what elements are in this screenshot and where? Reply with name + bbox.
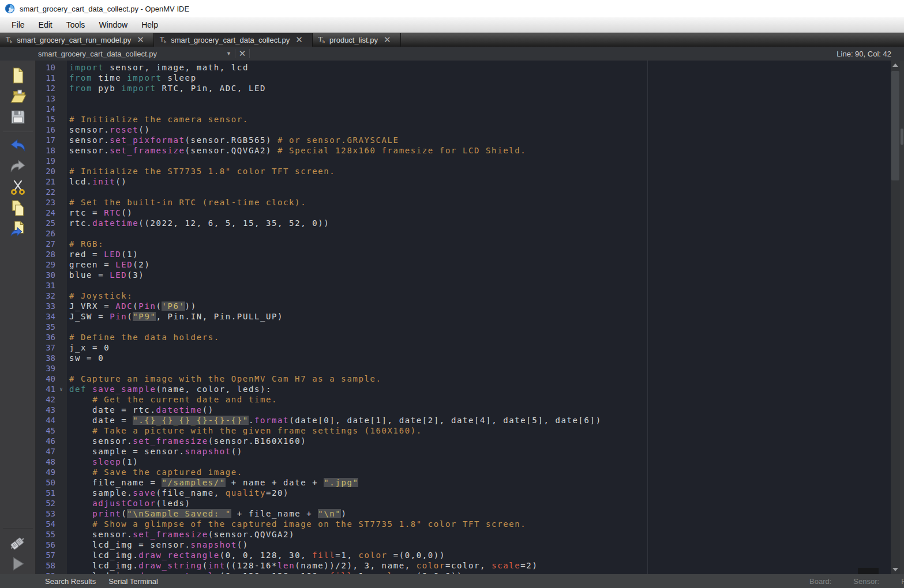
cut-button[interactable] (6, 178, 29, 197)
menu-item-tools[interactable]: Tools (59, 18, 92, 31)
document-dropdown-icon[interactable]: ▼ (226, 51, 231, 56)
line-number: 11 (36, 73, 67, 83)
right-margin-line (647, 61, 648, 574)
code-line: lcd_img.draw_rectangle(0, 130, 128, 160,… (67, 571, 891, 574)
edge-scroll-thumb[interactable] (901, 129, 903, 145)
code-line: # Set the built-in RTC (real-time clock)… (67, 197, 891, 208)
code-line: def save_sample(name, color, leds): (67, 384, 891, 394)
line-number: 14 (36, 104, 67, 114)
code-line: sensor.set_framesize(sensor.B160X160) (67, 436, 891, 446)
line-number: 59 (36, 571, 67, 574)
fold-arrow-icon[interactable]: ∨ (55, 384, 67, 394)
line-number: 55 (36, 529, 67, 540)
line-number: 25 (36, 218, 67, 228)
code-line: date = rtc.datetime() (67, 405, 891, 415)
python-file-icon: Th (318, 35, 325, 44)
code-line (67, 363, 891, 374)
code-editor[interactable]: 1011121314151617181920212223242526272829… (36, 61, 904, 574)
scrollbar-down-arrow-icon[interactable] (891, 565, 900, 574)
code-line: import sensor, image, math, lcd (67, 62, 891, 73)
file-tab-smart_grocery_cart_run_model-py[interactable]: Thsmart_grocery_cart_run_model.py✕ (0, 33, 154, 47)
line-number: 12 (36, 83, 67, 93)
cut-icon (10, 179, 25, 195)
status-label-board: Board: (809, 577, 831, 586)
menu-item-help[interactable]: Help (134, 18, 165, 31)
python-file-icon: Th (6, 35, 12, 44)
line-number: 16 (36, 125, 67, 135)
line-number: 54 (36, 519, 67, 529)
size-grip (858, 568, 879, 574)
window-edge-scroll-strip[interactable] (900, 61, 904, 574)
line-number: 41∨ (36, 384, 67, 394)
menu-item-file[interactable]: File (5, 18, 32, 31)
status-tab-search-results[interactable]: Search Results (45, 577, 96, 586)
code-line: j_x = 0 (67, 342, 891, 353)
scrollbar-thumb[interactable] (891, 71, 899, 180)
save-button[interactable] (6, 107, 29, 127)
code-line: print("\nSample Saved: " + file_name + "… (67, 508, 891, 519)
code-line (67, 228, 891, 239)
tab-close-icon[interactable]: ✕ (136, 35, 145, 45)
open-file-button[interactable] (6, 86, 29, 106)
file-tab-smart_grocery_cart_data_collect-py[interactable]: Thsmart_grocery_cart_data_collect.py✕ (154, 33, 313, 47)
code-line: sw = 0 (67, 353, 891, 363)
code-line: file_name = "/samples/" + name + date + … (67, 477, 891, 488)
copy-button[interactable] (6, 198, 29, 218)
redo-button[interactable] (6, 157, 29, 176)
line-number: 15 (36, 114, 67, 125)
line-number: 39 (36, 363, 67, 374)
menu-bar: FileEditToolsWindowHelp (0, 17, 904, 33)
editor-scrollbar[interactable] (891, 61, 900, 574)
menu-item-window[interactable]: Window (92, 18, 134, 31)
scrollbar-up-arrow-icon[interactable] (891, 61, 900, 70)
line-number: 40 (36, 374, 67, 384)
line-number: 21 (36, 176, 67, 187)
code-line: # Initialize the camera sensor. (67, 114, 891, 125)
paste-button[interactable] (6, 219, 29, 239)
file-tab-product_list-py[interactable]: Thproduct_list.py✕ (313, 33, 401, 47)
line-number: 36 (36, 332, 67, 342)
line-number: 50 (36, 477, 67, 488)
line-number: 34 (36, 311, 67, 322)
code-line: rtc = RTC() (67, 208, 891, 218)
new-file-button[interactable] (6, 66, 29, 85)
code-line: # Take a picture with the given frame se… (67, 425, 891, 436)
connect-button[interactable] (6, 533, 29, 553)
file-tab-bar: Thsmart_grocery_cart_run_model.py✕Thsmar… (0, 33, 904, 47)
line-number: 24 (36, 208, 67, 218)
line-number: 52 (36, 498, 67, 508)
code-line: from pyb import RTC, Pin, ADC, LED (67, 83, 891, 93)
undo-button[interactable] (6, 136, 29, 156)
left-toolbar (0, 61, 36, 574)
run-button[interactable] (6, 554, 29, 574)
code-line: # Show a glimpse of the captured image o… (67, 519, 891, 529)
cursor-position-label: Line: 90, Col: 42 (837, 50, 891, 58)
code-line: green = LED(2) (67, 259, 891, 270)
python-file-icon: Th (160, 35, 166, 44)
line-number: 58 (36, 560, 67, 571)
paste-icon (10, 221, 26, 237)
status-tab-serial-terminal[interactable]: Serial Terminal (108, 577, 158, 586)
code-area[interactable]: import sensor, image, math, lcdfrom time… (67, 61, 891, 574)
document-close-icon[interactable]: ✕ (239, 48, 246, 59)
toolbar-separator (3, 131, 33, 132)
openmv-ide-window: smart_grocery_cart_data_collect.py - Ope… (0, 0, 904, 588)
code-line: sample.save(file_name, quality=20) (67, 488, 891, 498)
code-line: # RGB: (67, 239, 891, 249)
code-line: lcd_img = sensor.snapshot() (67, 540, 891, 550)
line-number: 37 (36, 342, 67, 353)
code-line: sensor.reset() (67, 125, 891, 135)
line-number: 27 (36, 239, 67, 249)
tab-close-icon[interactable]: ✕ (294, 35, 304, 45)
tab-close-icon[interactable]: ✕ (382, 35, 392, 45)
menu-item-edit[interactable]: Edit (32, 18, 59, 31)
copy-icon (10, 200, 25, 216)
open-document-name[interactable]: smart_grocery_cart_data_collect.py (38, 50, 157, 58)
code-line: adjustColor(leds) (67, 498, 891, 508)
code-line: date = ".{}_{}_{}_{}-{}-{}".format(date[… (67, 415, 891, 425)
code-line: # Define the data holders. (67, 332, 891, 342)
code-line: sample = sensor.snapshot() (67, 446, 891, 457)
line-number-gutter: 1011121314151617181920212223242526272829… (36, 61, 67, 574)
line-number: 13 (36, 93, 67, 104)
redo-icon (9, 160, 27, 174)
